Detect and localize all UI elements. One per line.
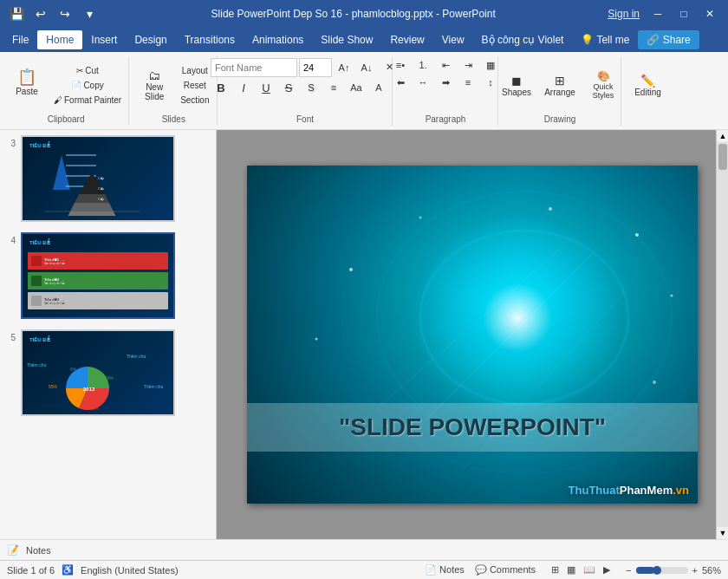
numbering-button[interactable]: 1. [413,58,433,72]
decrease-indent-button[interactable]: ⇤ [435,58,456,73]
undo-button[interactable]: ↩ [31,4,50,23]
minimize-button[interactable]: ─ [647,3,669,25]
accessibility-icon[interactable]: ♿ [62,564,74,576]
menu-bar: File Home Insert Design Transitions Anim… [0,28,728,52]
font-size-input[interactable] [299,58,332,77]
zoom-slider[interactable] [636,567,688,574]
drawing-group: ◼ Shapes ⊞ Arrange 🎨 QuickStyles Drawing [500,56,621,126]
strikethrough-button[interactable]: S [278,80,299,96]
menu-review[interactable]: Review [381,30,432,49]
customize-button[interactable]: ▾ [80,4,99,23]
cut-button[interactable]: ✂Cut [50,64,125,77]
menu-animations[interactable]: Animations [244,30,312,49]
svg-text:8%: 8% [70,367,77,372]
drawing-label: Drawing [544,114,576,124]
slide-watermark: ThuThuatPhanMem.vn [569,484,689,497]
save-button[interactable]: 💾 [7,4,26,23]
shapes-button[interactable]: ◼ Shapes [497,61,536,109]
menu-view[interactable]: View [433,30,473,49]
scroll-thumb[interactable] [718,144,727,170]
scroll-down-arrow[interactable]: ▼ [717,527,728,539]
comments-status-button[interactable]: 💬 Comments [472,564,538,576]
underline-button[interactable]: U [256,80,276,96]
menu-violet[interactable]: Bộ công cụ Violet [473,30,573,49]
spacing-button[interactable]: ≡ [323,81,344,94]
font-color-button[interactable]: A [368,81,389,95]
menu-share[interactable]: 🔗 Share [638,30,699,49]
slide-panel[interactable]: 3 TIÊU ĐỀ [0,130,217,539]
main-vertical-scrollbar[interactable]: ▲ ▼ [716,130,728,539]
signin-link[interactable]: Sign in [608,8,640,20]
quick-styles-button[interactable]: 🎨 QuickStyles [583,61,623,109]
case-button[interactable]: Aa [346,81,367,94]
slide-canvas[interactable]: "SLIDE POWERPOINT" ThuThuatPhanMem.vn [247,166,698,504]
editing-group: ✏️ Editing x [623,56,673,126]
main-canvas[interactable]: "SLIDE POWERPOINT" ThuThuatPhanMem.vn ▲ … [217,130,728,539]
scroll-track[interactable] [717,142,728,527]
menu-home[interactable]: Home [37,30,82,49]
language-info: English (United States) [81,565,179,576]
svg-text:19%: 19% [105,375,114,381]
format-painter-button[interactable]: 🖌Format Painter [50,94,125,107]
scroll-up-arrow[interactable]: ▲ [717,130,728,142]
copy-button[interactable]: 📄Copy [50,79,125,92]
zoom-level: 56% [702,565,721,576]
svg-text:Cấp: Cấp [98,186,105,191]
slide-thumb-3[interactable]: 3 TIÊU ĐỀ [0,130,216,227]
slide-text-box[interactable]: "SLIDE POWERPOINT" [247,403,698,452]
font-label: Font [296,114,314,124]
redo-button[interactable]: ↪ [55,4,75,23]
slides-label: Slides [162,114,185,124]
svg-text:Cấp: Cấp [98,197,105,201]
layout-button[interactable]: Layout [177,64,212,77]
shadow-button[interactable]: S [301,81,322,94]
zoom-out-button[interactable]: − [623,565,634,576]
notes-status-button[interactable]: 📄 Notes [422,564,467,576]
menu-transitions[interactable]: Transitions [176,30,244,49]
status-right: 📄 Notes 💬 Comments ⊞ ▦ 📖 ▶ − + 56% [422,564,721,576]
align-right-button[interactable]: ➡ [435,75,456,90]
menu-slideshow[interactable]: Slide Show [312,30,381,49]
menu-design[interactable]: Design [126,30,175,49]
arrange-button[interactable]: ⊞ Arrange [540,61,580,109]
increase-indent-button[interactable]: ⇥ [458,58,478,73]
paste-button[interactable]: 📋 Paste [7,58,47,107]
restore-button[interactable]: □ [673,3,695,25]
menu-tellme[interactable]: 💡Tell me [572,30,638,49]
align-left-button[interactable]: ⬅ [390,75,411,90]
align-center-button[interactable]: ↔ [413,75,433,89]
editing-button[interactable]: ✏️ Editing [627,61,670,109]
notes-icon: 📝 [7,544,19,556]
slide-sorter-button[interactable]: ▦ [564,564,578,576]
slide-thumb-4[interactable]: 4 TIÊU ĐỀ Tiêu đề 1 Nội dung văn bản [0,227,216,324]
font-name-input[interactable] [211,58,297,77]
decrease-font-button[interactable]: A↓ [356,61,377,75]
justify-button[interactable]: ≡ [458,75,478,89]
new-slide-button[interactable]: 🗂 NewSlide [134,61,174,109]
clipboard-label: Clipboard [48,114,85,124]
svg-text:18%: 18% [90,406,100,411]
slideshow-button[interactable]: ▶ [601,564,613,576]
menu-insert[interactable]: Insert [82,30,126,49]
slide-thumb-5[interactable]: 5 TIÊU ĐỀ Thêm chú Thêm chú Thêm chú [0,324,216,421]
close-button[interactable]: ✕ [699,3,721,25]
svg-marker-8 [66,211,118,216]
notes-label[interactable]: Notes [26,545,51,556]
reading-view-button[interactable]: 📖 [581,564,598,576]
slide-image-5[interactable]: TIÊU ĐỀ Thêm chú Thêm chú Thêm chú 2013 [21,329,175,416]
bullets-button[interactable]: ≡• [390,58,411,72]
menu-file[interactable]: File [3,30,37,49]
normal-view-button[interactable]: ⊞ [549,564,562,576]
increase-font-button[interactable]: A↑ [334,61,354,75]
svg-text:Cấp: Cấp [98,176,105,180]
slide-image-4[interactable]: TIÊU ĐỀ Tiêu đề 1 Nội dung văn bản [21,232,175,319]
slide-image-3[interactable]: TIÊU ĐỀ [21,135,175,222]
section-button[interactable]: Section [177,94,212,107]
bold-button[interactable]: B [211,80,231,96]
reset-button[interactable]: Reset [177,79,212,92]
notes-status-icon: 📄 [425,564,437,575]
slide-number-4: 4 [3,236,16,245]
italic-button[interactable]: I [233,80,254,96]
zoom-in-button[interactable]: + [690,565,700,576]
notes-bar[interactable]: 📝 Notes [0,539,728,560]
